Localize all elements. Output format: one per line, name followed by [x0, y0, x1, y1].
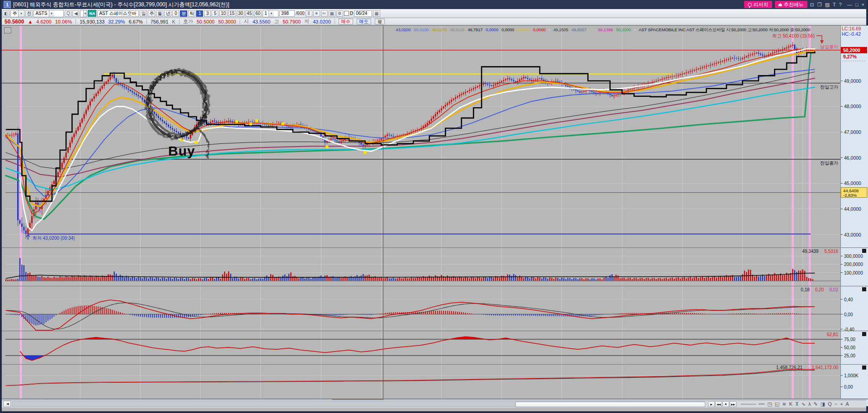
- pencil-icon[interactable]: ✎: [814, 401, 818, 407]
- text-icon[interactable]: T: [833, 2, 836, 8]
- chart-kind-combo-value: 주: [12, 10, 17, 17]
- symbol-input[interactable]: ASTS▼: [33, 10, 64, 17]
- prev-symbol-icon[interactable]: ◀: [72, 10, 79, 17]
- divider: [240, 19, 240, 24]
- research-button[interactable]: 리서치: [744, 1, 772, 8]
- calendar-icon[interactable]: ▦: [373, 10, 380, 17]
- multi-chart-icon[interactable]: ✳: [313, 10, 320, 17]
- svg-text:0,18: 0,18: [801, 287, 810, 292]
- period-tick-button[interactable]: 틱: [188, 10, 195, 17]
- dock-icon[interactable]: ◧: [3, 10, 9, 17]
- line-style-icon[interactable]: ∿: [802, 401, 806, 407]
- period-minute-button[interactable]: 분: [180, 10, 187, 17]
- search-icon[interactable]: Q: [65, 10, 71, 17]
- bar-count-field[interactable]: 398: [279, 10, 295, 17]
- rewind-icon[interactable]: ◀◀: [715, 401, 722, 407]
- stop-icon[interactable]: ■: [722, 401, 729, 407]
- exchange-badge: NA: [88, 10, 96, 17]
- maximize-icon[interactable]: □: [855, 2, 859, 7]
- chevron-down-icon[interactable]: ▼: [269, 10, 274, 17]
- chevron-down-icon[interactable]: ▼: [49, 10, 54, 17]
- interval-30-button[interactable]: 30: [237, 10, 245, 17]
- chevron-down-icon[interactable]: ▼: [18, 10, 24, 17]
- play-icon[interactable]: ▶: [708, 401, 715, 407]
- chart-kind-combo[interactable]: 주▼: [10, 10, 24, 17]
- price-chart[interactable]: Buy당일종가전일고가전일종가최저 43,0200 (09:34)최고 50,4…: [2, 25, 868, 407]
- duplicate-window-icon[interactable]: ◱: [775, 401, 779, 407]
- d-checkbox[interactable]: D: [344, 11, 353, 16]
- close-icon[interactable]: ×: [862, 2, 864, 7]
- sell-button[interactable]: 매도: [357, 19, 371, 24]
- period-day-button[interactable]: 일: [140, 10, 147, 17]
- interval-5-button[interactable]: 5: [212, 10, 218, 17]
- period-0-button[interactable]: 0: [172, 10, 179, 17]
- svg-text:HC:-0.42: HC:-0.42: [842, 31, 861, 37]
- horizontal-scrollbar[interactable]: [12, 401, 705, 407]
- symbol-name-field[interactable]: AST 스페이스모바: [97, 10, 139, 17]
- interval-1-button[interactable]: 1: [196, 10, 203, 17]
- zoom-out-icon[interactable]: −: [835, 401, 837, 407]
- svg-text:75,00: 75,00: [844, 337, 855, 342]
- link-icon[interactable]: ʬ: [306, 10, 312, 17]
- tools-icon[interactable]: ✄: [321, 10, 328, 17]
- dotted-ruler-icon[interactable]: ┄┄┄┄┄: [741, 401, 756, 407]
- symbol-input-value: ASTS: [35, 11, 47, 16]
- chart-area: Buy당일종가전일고가전일종가최저 43,0200 (09:34)최고 50,4…: [2, 25, 866, 408]
- symbol-nav-combo[interactable]: ▼: [80, 10, 87, 17]
- minimize-icon[interactable]: —: [847, 2, 852, 7]
- scrollbar-thumb[interactable]: [515, 402, 705, 407]
- indicator-legend: 43,020050,410048,627548,911649,79170,000…: [396, 27, 810, 32]
- save-icon[interactable]: ▦: [329, 10, 335, 17]
- buy-button[interactable]: 매수: [339, 19, 353, 24]
- avg-button[interactable]: 평: [375, 19, 385, 24]
- panel-resize-button[interactable]: [862, 287, 866, 291]
- period-week-button[interactable]: 주: [148, 10, 155, 17]
- help-icon[interactable]: ?: [839, 2, 842, 8]
- interval-3-button[interactable]: 3: [204, 10, 211, 17]
- interval-45-button[interactable]: 45: [245, 10, 253, 17]
- interval-15-button[interactable]: 15: [228, 10, 236, 17]
- svg-text:0,02: 0,02: [830, 287, 839, 292]
- quote-value: 756,991: [151, 19, 169, 24]
- period-year-button[interactable]: 년: [164, 10, 171, 17]
- interval-60-button[interactable]: 60: [254, 10, 262, 17]
- zigzag-icon[interactable]: λ: [808, 401, 811, 407]
- bar-top-icon[interactable]: ⊼: [795, 401, 799, 407]
- period-month-button[interactable]: 월: [156, 10, 163, 17]
- svg-text:최고 50,4100 (15:56): 최고 50,4100 (15:56): [773, 33, 815, 38]
- svg-text:최저 43,0200 (09:34): 최저 43,0200 (09:34): [33, 236, 75, 241]
- svg-text:47,0000: 47,0000: [844, 129, 861, 135]
- panel-resize-button[interactable]: [862, 366, 866, 370]
- svg-text:25,00: 25,00: [844, 353, 855, 358]
- date-field[interactable]: 06/24: [354, 10, 372, 17]
- cascade-icon[interactable]: ❐: [817, 2, 822, 8]
- quote-value: 43.5560: [252, 19, 270, 24]
- scroll-left-button[interactable]: ◀: [3, 401, 11, 407]
- recommend-menu-button[interactable]: 추천메뉴: [775, 1, 807, 8]
- svg-text:49,3439: 49,3439: [802, 249, 819, 254]
- svg-text:62,81: 62,81: [827, 332, 838, 337]
- fast-forward-icon[interactable]: ▶▶: [730, 401, 736, 407]
- custom-interval-combo[interactable]: 1▼: [263, 10, 278, 17]
- window-icon[interactable]: ◳: [767, 401, 772, 407]
- svg-text:50,00: 50,00: [844, 345, 855, 350]
- svg-text:0,40: 0,40: [844, 297, 853, 302]
- candle-toggle-icon[interactable]: K: [789, 401, 792, 407]
- magnifier-icon[interactable]: Q: [828, 401, 832, 407]
- popup-icon[interactable]: ⊡: [810, 2, 814, 8]
- all-markets-button[interactable]: 전: [25, 10, 33, 17]
- quote-value: ▲: [28, 19, 33, 24]
- step-ruler-icon[interactable]: ┉┉: [759, 401, 764, 407]
- auto-scale-icon[interactable]: A: [846, 401, 849, 407]
- panel-resize-button[interactable]: [862, 249, 866, 253]
- checkbox-box[interactable]: [344, 11, 349, 16]
- wave-icon[interactable]: ≋: [782, 401, 786, 407]
- chevron-down-icon[interactable]: ▼: [83, 10, 86, 17]
- settings-gear-icon[interactable]: ⚙: [336, 10, 343, 17]
- svg-text:1,541,172.00: 1,541,172.00: [812, 365, 839, 370]
- interval-10-button[interactable]: 10: [219, 10, 227, 17]
- annotate-icon[interactable]: ▨: [825, 2, 830, 8]
- panel-resize-button[interactable]: [862, 332, 866, 336]
- zoom-in-icon[interactable]: +: [840, 401, 843, 407]
- split-icon[interactable]: ◨: [821, 401, 825, 407]
